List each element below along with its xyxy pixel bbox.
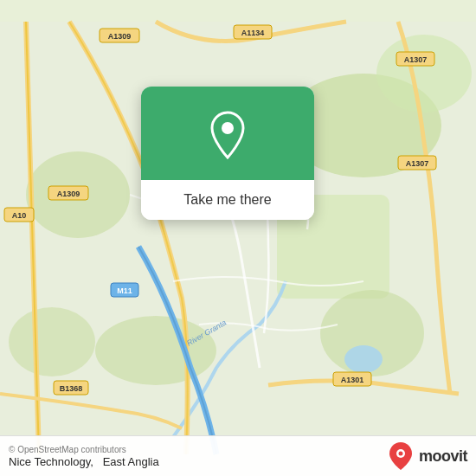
- moovit-icon: [388, 441, 414, 471]
- map-container: A1309 A1134 A1307 A1307 A10 A1309 M11 B1…: [0, 0, 476, 476]
- moovit-text: moovit: [419, 447, 467, 466]
- map-background: A1309 A1134 A1307 A1307 A10 A1309 M11 B1…: [0, 0, 476, 476]
- moovit-logo: moovit: [388, 441, 467, 471]
- location-name-part: Nice Technology,: [9, 455, 93, 468]
- action-card: Take me there: [141, 87, 314, 220]
- svg-text:A1309: A1309: [108, 32, 132, 41]
- svg-text:A10: A10: [12, 211, 27, 220]
- region-name: East Anglia: [103, 455, 159, 468]
- take-me-there-button[interactable]: Take me there: [150, 192, 306, 208]
- svg-point-30: [398, 452, 402, 456]
- card-bottom-section: Take me there: [141, 180, 314, 220]
- svg-text:A1301: A1301: [341, 376, 364, 384]
- svg-point-8: [344, 345, 383, 373]
- svg-text:A1134: A1134: [241, 29, 265, 37]
- bottom-left-section: © OpenStreetMap contributors Nice Techno…: [9, 445, 159, 468]
- svg-point-28: [222, 122, 234, 134]
- svg-text:B1368: B1368: [60, 384, 83, 393]
- location-pin-icon: [208, 111, 248, 159]
- svg-point-6: [9, 307, 95, 376]
- svg-point-7: [376, 35, 472, 113]
- svg-text:A1307: A1307: [406, 159, 429, 168]
- card-top-section: [141, 87, 314, 180]
- svg-text:A1309: A1309: [57, 190, 80, 198]
- bottom-bar: © OpenStreetMap contributors Nice Techno…: [0, 435, 476, 476]
- copyright-text: © OpenStreetMap contributors: [9, 445, 159, 454]
- location-name: Nice Technology, East Anglia: [9, 455, 159, 468]
- svg-point-4: [95, 316, 216, 385]
- svg-text:A1307: A1307: [404, 55, 428, 64]
- svg-text:M11: M11: [117, 286, 132, 295]
